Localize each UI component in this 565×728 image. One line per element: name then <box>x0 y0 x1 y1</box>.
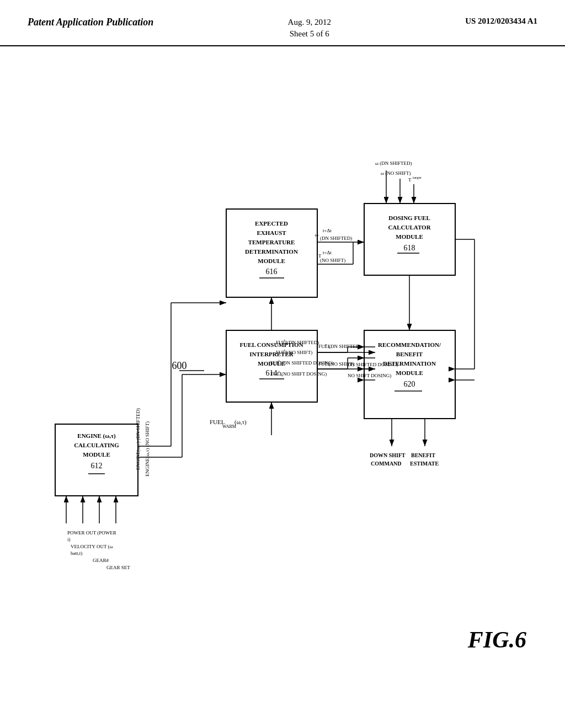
svg-text:612: 612 <box>91 462 103 470</box>
svg-text:ω (NO SHIFT): ω (NO SHIFT) <box>381 170 411 176</box>
svg-text:(DN SHIFTED): (DN SHIFTED) <box>329 344 361 349</box>
publication-date: Aug. 9, 2012 <box>288 18 331 26</box>
svg-text:620: 620 <box>404 380 415 388</box>
sheet-info: Sheet 5 of 6 <box>290 29 329 38</box>
svg-text:DOWN SHIFT: DOWN SHIFT <box>370 452 406 458</box>
svg-text:COMMAND: COMMAND <box>371 461 402 467</box>
svg-text:(DN SHIFTED): (DN SHIFTED) <box>287 340 319 345</box>
figure-label: FIG.6 <box>468 627 526 653</box>
svg-text:NO SHIFT DOSING): NO SHIFT DOSING) <box>348 373 391 378</box>
svg-text:DN SHIFTED DOSING): DN SHIFTED DOSING) <box>348 362 398 367</box>
publication-title: Patent Application Publication <box>28 17 153 28</box>
svg-text:t+Δt: t+Δt <box>323 228 332 233</box>
diagram-area: 600 ENGINE (ω,τ) CALCULATING MODULE 612 … <box>0 46 565 719</box>
svg-text:t+Δt: t+Δt <box>323 250 332 255</box>
svg-text:t: t <box>279 370 280 374</box>
svg-text:(NO SHIFT): (NO SHIFT) <box>320 258 345 263</box>
svg-text:MODULE: MODULE <box>396 233 423 240</box>
svg-text:(DN SHIFTED): (DN SHIFTED) <box>320 235 352 241</box>
svg-text:POWER OUT (POWER: POWER OUT (POWER <box>67 530 116 536</box>
svg-text:BENEFIT: BENEFIT <box>411 452 435 458</box>
svg-text:DETERMINATION: DETERMINATION <box>245 248 298 255</box>
svg-text:MODULE: MODULE <box>396 370 423 376</box>
patent-number: US 2012/0203434 A1 <box>465 17 537 26</box>
svg-text:(NO SHIFT): (NO SHIFT) <box>287 350 312 355</box>
svg-text:T: T <box>314 234 319 237</box>
page-header: Patent Application Publication Aug. 9, 2… <box>0 0 565 46</box>
svg-text:t: t <box>279 358 280 363</box>
svg-text:TEMPERATURE: TEMPERATURE <box>248 239 295 245</box>
svg-text:MODULE: MODULE <box>258 258 285 264</box>
svg-text:EXHAUST: EXHAUST <box>257 229 286 236</box>
svg-text:DOSING FUEL: DOSING FUEL <box>388 215 430 221</box>
svg-text:ENGINE (ω,τ): ENGINE (ω,τ) <box>77 432 116 440</box>
patent-diagram: 600 ENGINE (ω,τ) CALCULATING MODULE 612 … <box>33 79 508 714</box>
header-center: Aug. 9, 2012 Sheet 5 of 6 <box>288 17 331 40</box>
svg-text:(NO SHIFT DOSING): (NO SHIFT DOSING) <box>281 371 327 377</box>
svg-text:CALCULATOR: CALCULATOR <box>388 224 431 231</box>
svg-text:616: 616 <box>266 267 278 276</box>
svg-text:MODULE: MODULE <box>83 451 110 458</box>
system-label: 600 <box>172 360 187 371</box>
svg-text:GEAR#: GEAR# <box>93 558 109 563</box>
svg-text:EXPECTED: EXPECTED <box>255 220 288 227</box>
svg-text:GEAR SET: GEAR SET <box>106 565 130 570</box>
svg-text:ESTIMATE: ESTIMATE <box>410 461 439 467</box>
svg-text:(DN SHIFTED DOSING): (DN SHIFTED DOSING) <box>281 360 334 366</box>
svg-text:T: T <box>408 177 412 183</box>
svg-text:ENGINE(ω,τ) (DN SHIFTED): ENGINE(ω,τ) (DN SHIFTED) <box>135 408 141 470</box>
svg-text:t: t <box>326 342 327 347</box>
svg-text:target: target <box>413 175 422 180</box>
svg-text:618: 618 <box>404 244 415 252</box>
svg-text:ω (DN SHIFTED): ω (DN SHIFTED) <box>375 160 412 166</box>
svg-text:CALCULATING: CALCULATING <box>74 442 119 448</box>
svg-text:t: t <box>284 338 285 342</box>
svg-text:VELOCITY OUT (ω: VELOCITY OUT (ω <box>71 544 113 549</box>
svg-text:ENGINE(ω,τ) (NO SHIFT): ENGINE(ω,τ) (NO SHIFT) <box>145 421 150 477</box>
svg-text:(ω,τ): (ω,τ) <box>234 419 247 426</box>
svg-text:t: t <box>284 348 285 352</box>
svg-text:batt,t): batt,t) <box>71 550 82 556</box>
svg-text:i): i) <box>67 537 71 542</box>
svg-text:RECOMMENDATION/: RECOMMENDATION/ <box>378 341 441 348</box>
svg-text:BENEFIT: BENEFIT <box>396 351 423 357</box>
